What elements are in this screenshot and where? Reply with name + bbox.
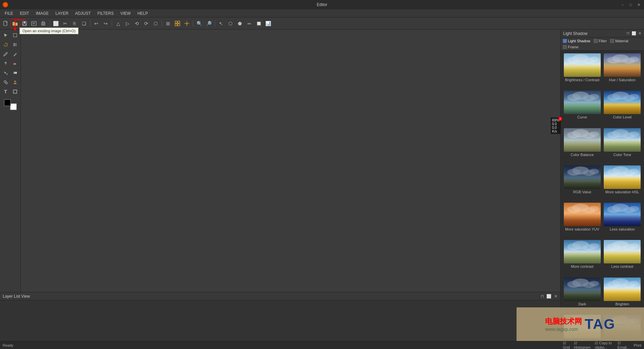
tb-paste[interactable]: ❏ [79,19,88,28]
float-indicator: 2 69% 0.0 0.0 K/s [551,117,561,134]
tb-zoom-out[interactable]: 🔎 [204,19,213,28]
menu-help[interactable]: HELP [134,10,151,16]
tool-stamp[interactable] [11,78,19,87]
tb-triangle-right[interactable]: ▷ [123,19,132,28]
filter-item-2[interactable]: Curve [563,91,601,126]
filter-item-4[interactable]: Color Balance [563,128,601,163]
tool-pointer[interactable] [1,31,10,40]
minimize-button[interactable]: − [620,2,625,7]
filter-item-6[interactable]: RGB Value [563,165,601,201]
tb-flip[interactable]: ⟳ [142,19,151,28]
tb-new[interactable] [1,19,10,28]
menu-view[interactable]: VIEW [117,10,134,16]
tool-select-rect[interactable] [11,31,19,40]
panel-float-icon[interactable]: ⬜ [632,31,636,36]
filter-item-7[interactable]: More saturation HSL [603,165,642,201]
filter-item-1[interactable]: Hue / Saturation [603,53,642,89]
svg-point-70 [589,243,599,249]
tb-grid1[interactable] [173,19,182,28]
status-text: Ready [3,343,13,347]
tool-eraser[interactable] [11,59,19,68]
tb-zoom-in[interactable]: 🔍 [195,19,204,28]
filter-item-0[interactable]: Brightness / Contrast [563,53,601,89]
tool-pen[interactable] [1,50,10,58]
tb-redo[interactable]: ↪ [101,19,110,28]
tb-chart[interactable]: 📊 [264,19,272,28]
filter-label-2: Curve [577,115,587,119]
svg-point-17 [5,62,7,64]
tb-copy[interactable]: ⎘ [70,19,79,28]
filter-item-5[interactable]: Color Tone [603,128,642,163]
status-clipboard[interactable]: ☑ Copy to clipbo... [595,341,613,349]
filter-item-10[interactable]: More contrast [563,240,601,275]
tab-material[interactable]: Material [609,39,629,43]
menu-image[interactable]: IMAGE [33,10,52,16]
tb-rotate[interactable]: ⟲ [132,19,141,28]
menu-edit[interactable]: EDIT [16,10,32,16]
tool-distort[interactable] [11,40,19,49]
panel-close-icon[interactable]: ✕ [638,31,641,36]
tool-brush[interactable] [1,59,10,68]
filter-label-1: Hue / Saturation [609,78,636,82]
filter-label-13: Brighten [615,302,629,306]
value-unit: K/s [552,130,559,133]
close-button[interactable]: ✕ [636,2,641,7]
tab-light-shadow[interactable]: Light Shadow [562,39,591,43]
maximize-button[interactable]: □ [628,2,633,7]
filter-label-4: Color Balance [571,153,594,157]
svg-point-34 [629,57,639,62]
menu-adjust[interactable]: ADJUST [72,10,94,16]
tab-frame[interactable]: Frame [562,45,580,49]
tb-align[interactable]: ═ [245,19,254,28]
status-email[interactable]: ☑ Email... [618,341,630,349]
tb-triangle-left[interactable]: △ [114,19,122,28]
tool-clone[interactable] [1,78,10,87]
svg-point-74 [629,243,639,249]
tb-canvas[interactable]: 🔲 [254,19,263,28]
tb-prop[interactable] [30,19,38,28]
filter-item-11[interactable]: Less contrast [603,240,642,275]
tb-crop1[interactable]: ⬡ [226,19,235,28]
tool-gradient[interactable] [11,68,19,77]
tb-grid-show[interactable]: ⊞ [164,19,172,28]
filter-item-8[interactable]: More saturation YUV [563,203,601,238]
status-histogram[interactable]: ☑ Histogram [574,341,591,349]
tb-cut[interactable]: ✂ [61,19,69,28]
tb-transform[interactable]: ⬡ [151,19,160,28]
tb-select[interactable]: ⬜ [51,19,60,28]
filter-label-0: Brightness / Contrast [565,78,599,82]
menu-filters[interactable]: FILTERS [94,10,117,16]
layer-list-header: Layer List View ⊓ ⬜ ✕ [0,292,560,300]
tb-undo[interactable]: ↩ [92,19,101,28]
layer-list-float[interactable]: ⬜ [546,294,551,299]
menu-bar: FILE EDIT IMAGE LAYER ADJUST FILTERS VIE… [0,9,644,17]
menu-layer[interactable]: LAYER [52,10,71,16]
tab-checkbox-light-shadow [563,39,567,43]
status-grid[interactable]: ☑ Grid [563,341,570,349]
tb-print[interactable] [39,19,48,28]
filter-label-3: Color Level [613,115,632,119]
filter-item-9[interactable]: Less saturation [603,203,642,238]
layer-list-pin[interactable]: ⊓ [541,294,544,299]
tb-crop2[interactable]: ⬟ [235,19,244,28]
status-print[interactable]: Print [634,343,641,347]
tool-paint-bucket[interactable] [1,68,10,77]
panel-pin-icon[interactable]: ⊓ [627,31,630,36]
tool-pencil[interactable] [11,50,19,58]
tool-text[interactable]: T [1,87,10,96]
svg-point-30 [589,57,599,62]
panel-title: Light Shadow [563,31,588,36]
background-color-swatch[interactable] [10,103,17,110]
tb-grid2[interactable] [182,19,191,28]
tab-checkbox-frame [563,45,567,49]
tab-checkbox-material [610,39,614,43]
tool-rotate[interactable] [1,40,10,49]
foreground-color-swatch[interactable] [4,99,11,106]
tb-save[interactable] [20,19,29,28]
layer-list-close[interactable]: ✕ [554,294,557,299]
tool-shape[interactable] [11,87,19,96]
tab-filter[interactable]: Filter [593,39,608,43]
filter-item-3[interactable]: Color Level [603,91,642,126]
tb-cursor[interactable]: ↖ [217,19,225,28]
menu-file[interactable]: FILE [1,10,16,16]
